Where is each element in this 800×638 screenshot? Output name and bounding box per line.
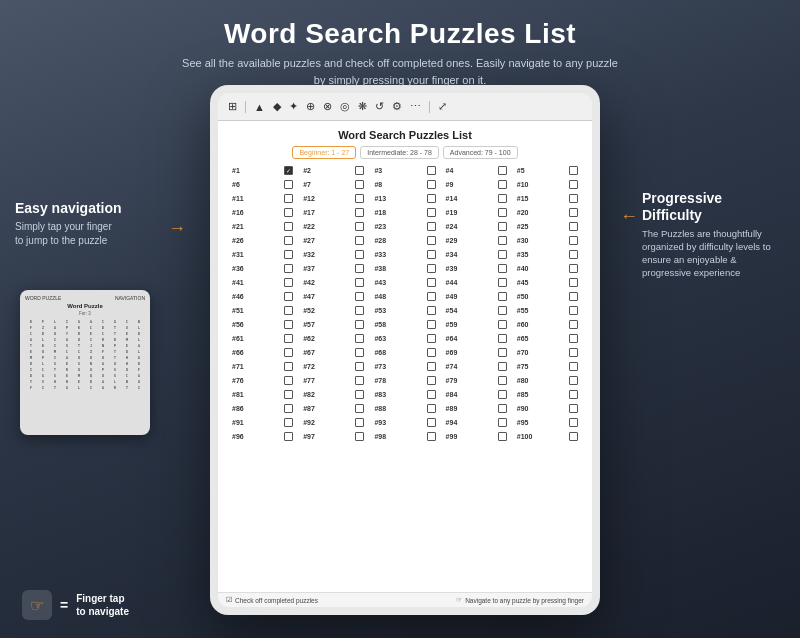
puzzle-checkbox[interactable] bbox=[569, 376, 578, 385]
puzzle-checkbox[interactable] bbox=[284, 222, 293, 231]
puzzle-item[interactable]: #69 bbox=[442, 346, 511, 358]
puzzle-checkbox[interactable] bbox=[569, 278, 578, 287]
puzzle-checkbox[interactable] bbox=[427, 376, 436, 385]
puzzle-checkbox[interactable] bbox=[427, 320, 436, 329]
puzzle-checkbox[interactable] bbox=[284, 348, 293, 357]
puzzle-item[interactable]: #54 bbox=[442, 304, 511, 316]
puzzle-item[interactable]: #25 bbox=[513, 220, 582, 232]
puzzle-item[interactable]: #90 bbox=[513, 402, 582, 414]
puzzle-item[interactable]: #23 bbox=[370, 220, 439, 232]
puzzle-item[interactable]: #30 bbox=[513, 234, 582, 246]
puzzle-checkbox[interactable] bbox=[355, 250, 364, 259]
puzzle-checkbox[interactable] bbox=[498, 334, 507, 343]
puzzle-checkbox[interactable] bbox=[355, 306, 364, 315]
puzzle-item[interactable]: #99 bbox=[442, 430, 511, 442]
puzzle-item[interactable]: #84 bbox=[442, 388, 511, 400]
puzzle-checkbox[interactable] bbox=[498, 264, 507, 273]
puzzle-checkbox[interactable] bbox=[498, 278, 507, 287]
puzzle-item[interactable]: #39 bbox=[442, 262, 511, 274]
puzzle-checkbox[interactable] bbox=[569, 320, 578, 329]
puzzle-item[interactable]: #12 bbox=[299, 192, 368, 204]
toolbar-icon-more[interactable]: ⋯ bbox=[408, 99, 423, 114]
puzzle-checkbox[interactable] bbox=[569, 348, 578, 357]
puzzle-checkbox[interactable] bbox=[569, 432, 578, 441]
puzzle-item[interactable]: #71 bbox=[228, 360, 297, 372]
puzzle-item[interactable]: #66 bbox=[228, 346, 297, 358]
puzzle-item[interactable]: #44 bbox=[442, 276, 511, 288]
puzzle-item[interactable]: #62 bbox=[299, 332, 368, 344]
puzzle-checkbox[interactable] bbox=[569, 208, 578, 217]
puzzle-checkbox[interactable] bbox=[284, 194, 293, 203]
puzzle-item[interactable]: #14 bbox=[442, 192, 511, 204]
puzzle-checkbox[interactable] bbox=[355, 334, 364, 343]
toolbar-icon-circle[interactable]: ◎ bbox=[338, 99, 352, 114]
puzzle-item[interactable]: #83 bbox=[370, 388, 439, 400]
puzzle-checkbox[interactable] bbox=[427, 432, 436, 441]
puzzle-checkbox[interactable] bbox=[284, 334, 293, 343]
puzzle-item[interactable]: #91 bbox=[228, 416, 297, 428]
puzzle-checkbox[interactable] bbox=[284, 180, 293, 189]
puzzle-item[interactable]: #49 bbox=[442, 290, 511, 302]
puzzle-checkbox[interactable] bbox=[498, 320, 507, 329]
puzzle-item[interactable]: #64 bbox=[442, 332, 511, 344]
puzzle-item[interactable]: #1✓ bbox=[228, 164, 297, 176]
puzzle-checkbox[interactable] bbox=[498, 236, 507, 245]
puzzle-checkbox[interactable] bbox=[284, 376, 293, 385]
puzzle-item[interactable]: #6 bbox=[228, 178, 297, 190]
puzzle-item[interactable]: #43 bbox=[370, 276, 439, 288]
puzzle-item[interactable]: #19 bbox=[442, 206, 511, 218]
toolbar-icon-diamond[interactable]: ◆ bbox=[271, 99, 283, 114]
puzzle-checkbox[interactable] bbox=[284, 292, 293, 301]
puzzle-item[interactable]: #15 bbox=[513, 192, 582, 204]
puzzle-checkbox[interactable] bbox=[498, 418, 507, 427]
puzzle-item[interactable]: #48 bbox=[370, 290, 439, 302]
puzzle-item[interactable]: #55 bbox=[513, 304, 582, 316]
puzzle-checkbox[interactable] bbox=[427, 236, 436, 245]
puzzle-item[interactable]: #41 bbox=[228, 276, 297, 288]
puzzle-checkbox[interactable] bbox=[355, 376, 364, 385]
puzzle-checkbox[interactable] bbox=[355, 264, 364, 273]
toolbar-icon-star[interactable]: ✦ bbox=[287, 99, 300, 114]
puzzle-checkbox[interactable] bbox=[498, 222, 507, 231]
puzzle-item[interactable]: #31 bbox=[228, 248, 297, 260]
puzzle-item[interactable]: #100 bbox=[513, 430, 582, 442]
puzzle-checkbox[interactable] bbox=[498, 348, 507, 357]
puzzle-checkbox[interactable] bbox=[427, 362, 436, 371]
puzzle-item[interactable]: #63 bbox=[370, 332, 439, 344]
tab-intermediate[interactable]: Intermediate: 28 - 78 bbox=[360, 146, 439, 159]
puzzle-item[interactable]: #38 bbox=[370, 262, 439, 274]
puzzle-checkbox[interactable] bbox=[284, 362, 293, 371]
puzzle-checkbox[interactable] bbox=[355, 166, 364, 175]
puzzle-checkbox[interactable] bbox=[498, 180, 507, 189]
puzzle-checkbox[interactable] bbox=[284, 236, 293, 245]
puzzle-item[interactable]: #98 bbox=[370, 430, 439, 442]
puzzle-item[interactable]: #94 bbox=[442, 416, 511, 428]
puzzle-item[interactable]: #59 bbox=[442, 318, 511, 330]
puzzle-item[interactable]: #81 bbox=[228, 388, 297, 400]
puzzle-item[interactable]: #29 bbox=[442, 234, 511, 246]
puzzle-checkbox[interactable] bbox=[569, 390, 578, 399]
puzzle-item[interactable]: #80 bbox=[513, 374, 582, 386]
puzzle-item[interactable]: #53 bbox=[370, 304, 439, 316]
puzzle-item[interactable]: #93 bbox=[370, 416, 439, 428]
puzzle-checkbox[interactable] bbox=[284, 404, 293, 413]
puzzle-item[interactable]: #82 bbox=[299, 388, 368, 400]
puzzle-checkbox[interactable] bbox=[355, 432, 364, 441]
puzzle-item[interactable]: #61 bbox=[228, 332, 297, 344]
puzzle-checkbox[interactable] bbox=[355, 222, 364, 231]
puzzle-checkbox[interactable] bbox=[355, 194, 364, 203]
puzzle-item[interactable]: #45 bbox=[513, 276, 582, 288]
toolbar-icon-gear[interactable]: ⚙ bbox=[390, 99, 404, 114]
puzzle-checkbox[interactable] bbox=[569, 404, 578, 413]
puzzle-checkbox[interactable] bbox=[569, 250, 578, 259]
toolbar-icon-cross-circle[interactable]: ⊗ bbox=[321, 99, 334, 114]
puzzle-checkbox[interactable] bbox=[427, 348, 436, 357]
puzzle-checkbox[interactable] bbox=[284, 418, 293, 427]
puzzle-item[interactable]: #92 bbox=[299, 416, 368, 428]
puzzle-checkbox[interactable] bbox=[498, 390, 507, 399]
puzzle-item[interactable]: #22 bbox=[299, 220, 368, 232]
puzzle-checkbox[interactable] bbox=[427, 334, 436, 343]
puzzle-item[interactable]: #21 bbox=[228, 220, 297, 232]
puzzle-item[interactable]: #73 bbox=[370, 360, 439, 372]
puzzle-item[interactable]: #3 bbox=[370, 164, 439, 176]
